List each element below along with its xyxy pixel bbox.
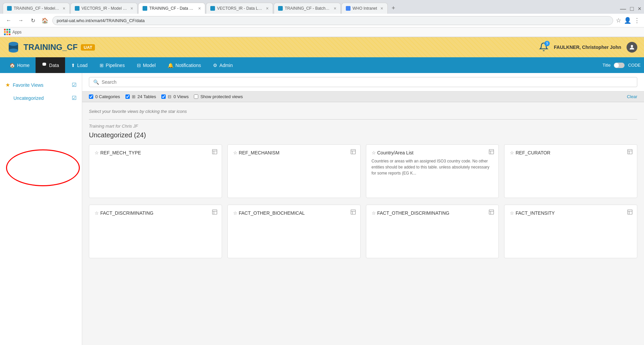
home-button[interactable]: 🏠 — [40, 16, 50, 25]
card-star-1[interactable]: ☆ — [95, 150, 99, 155]
card-name-7: ☆ FACT_OTHER_DISCRIMINATING — [372, 210, 493, 216]
search-bar-area: 🔍 — [82, 73, 644, 91]
tables-filter[interactable]: ⊞ 24 Tables — [125, 94, 156, 99]
categories-checkbox[interactable] — [89, 94, 93, 99]
card-table-icon-2 — [350, 149, 356, 156]
notification-bell-icon[interactable]: 9 — [539, 42, 548, 53]
tab-close-2[interactable]: × — [130, 6, 133, 11]
svg-rect-18 — [212, 210, 217, 214]
nav-item-pipelines[interactable]: ⊞ Pipelines — [94, 58, 131, 73]
reload-button[interactable]: ↻ — [28, 16, 38, 25]
nav-admin-label: Admin — [219, 63, 233, 68]
card-star-7[interactable]: ☆ — [372, 210, 376, 216]
bookmark-star-icon[interactable]: ☆ — [616, 17, 621, 24]
notifications-icon: 🔔 — [168, 63, 173, 68]
nav-item-model[interactable]: ⊟ Model — [131, 58, 162, 73]
maximize-button[interactable]: □ — [630, 5, 634, 12]
card-star-6[interactable]: ☆ — [233, 210, 237, 216]
tab-favicon-6 — [346, 6, 351, 11]
card-ref-curator[interactable]: ☆ REF_CURATOR — [504, 144, 637, 198]
tables-checkbox[interactable] — [125, 94, 130, 99]
forward-button[interactable]: → — [16, 16, 25, 25]
sidebar: ★ Favorite Views ☑ Uncategorized ☑ — [0, 73, 82, 345]
tab-close-5[interactable]: × — [334, 6, 336, 11]
cards-grid-row2: ☆ FACT_DISCRIMINATING ☆ — [89, 205, 637, 258]
load-icon: ⬆ — [71, 63, 75, 68]
tab-close-3[interactable]: × — [198, 6, 201, 11]
tab-label-3: TRAINING_CF - Data Catalog — [149, 6, 195, 11]
protected-filter[interactable]: Show protected views — [194, 94, 243, 99]
sidebar-favorite-views-label: Favorite Views — [13, 82, 69, 88]
section-title: Uncategorized (24) — [89, 131, 637, 139]
card-star-2[interactable]: ☆ — [233, 150, 237, 155]
card-fact-intensity[interactable]: ☆ FACT_INTENSITY — [504, 205, 637, 258]
address-bar[interactable] — [52, 16, 613, 25]
data-icon — [42, 62, 47, 68]
sidebar-favorite-checkbox[interactable]: ☑ — [72, 82, 76, 88]
card-name-2: ☆ REF_MECHANISM — [233, 150, 355, 155]
card-ref-mech-type[interactable]: ☆ REF_MECH_TYPE — [89, 144, 222, 198]
view-toggle[interactable] — [614, 63, 625, 68]
tab-label-6: WHO Intranet — [353, 6, 377, 11]
tab-5[interactable]: TRAINING_CF - Batch Previe... × — [274, 3, 341, 14]
card-star-8[interactable]: ☆ — [510, 210, 514, 216]
nav-notifications-label: Notifications — [175, 63, 201, 68]
card-star-3[interactable]: ☆ — [372, 150, 376, 155]
svg-rect-6 — [212, 149, 217, 154]
tab-1[interactable]: TRAINING_CF - Model - Edit × — [3, 3, 70, 14]
more-options-icon[interactable]: ⋮ — [634, 17, 640, 24]
nav-item-notifications[interactable]: 🔔 Notifications — [162, 58, 207, 73]
close-window-button[interactable]: × — [638, 5, 641, 12]
new-tab-button[interactable]: + — [388, 3, 399, 14]
tab-close-4[interactable]: × — [266, 6, 269, 11]
tab-4[interactable]: VECTORS_IR - Data Load × — [206, 3, 273, 14]
card-fact-other-discriminating[interactable]: ☆ FACT_OTHER_DISCRIMINATING — [366, 205, 499, 258]
svg-point-4 — [631, 45, 633, 47]
user-name: FAULKNER, Christopher John — [554, 45, 621, 50]
minimize-button[interactable]: — — [620, 5, 626, 12]
tab-close-6[interactable]: × — [380, 6, 383, 11]
search-input[interactable] — [102, 79, 633, 85]
tab-6[interactable]: WHO Intranet × — [341, 3, 388, 14]
nav-item-load[interactable]: ⬆ Load — [65, 58, 94, 73]
user-avatar[interactable] — [627, 42, 637, 53]
card-fact-other-biochemical[interactable]: ☆ FACT_OTHER_BIOCHEMICAL — [227, 205, 361, 258]
card-star-4[interactable]: ☆ — [510, 150, 514, 155]
nav-item-data[interactable]: Data — [36, 57, 65, 73]
card-ref-mechanism[interactable]: ☆ REF_MECHANISM — [227, 144, 361, 198]
apps-label[interactable]: Apps — [12, 30, 21, 34]
home-icon: 🏠 — [9, 63, 15, 68]
sidebar-item-favorite-views[interactable]: ★ Favorite Views ☑ — [0, 78, 82, 91]
card-country-area-list[interactable]: ☆ Country/Area List Countries or areas w… — [366, 144, 499, 198]
card-table-icon-8 — [627, 209, 633, 216]
content-body: Select your favorite views by clicking t… — [82, 102, 644, 272]
search-icon: 🔍 — [93, 79, 99, 85]
clear-filter-button[interactable]: Clear — [627, 94, 637, 99]
user-account-icon[interactable]: 👤 — [624, 17, 631, 24]
sidebar-uncategorized-checkbox[interactable]: ☑ — [72, 95, 76, 101]
app-logo-icon — [7, 41, 20, 54]
views-checkbox[interactable] — [161, 94, 166, 99]
app-header: TRAINING_CF UAT 9 FAULKNER, Christopher … — [0, 37, 644, 57]
card-table-icon-5 — [212, 209, 218, 216]
nav-item-home[interactable]: 🏠 Home — [3, 58, 36, 73]
views-filter[interactable]: ⊟ 0 Views — [161, 94, 189, 99]
protected-checkbox[interactable] — [194, 94, 198, 99]
card-name-3: ☆ Country/Area List — [372, 150, 493, 155]
card-fact-discriminating[interactable]: ☆ FACT_DISCRIMINATING — [89, 205, 222, 258]
apps-grid-icon — [4, 29, 10, 35]
back-button[interactable]: ← — [4, 16, 13, 25]
categories-filter[interactable]: 0 Categories — [89, 94, 120, 99]
sidebar-item-uncategorized[interactable]: Uncategorized ☑ — [0, 91, 82, 105]
tab-2[interactable]: VECTORS_IR - Model - Edit × — [70, 3, 138, 14]
card-name-6: ☆ FACT_OTHER_BIOCHEMICAL — [233, 210, 355, 216]
card-table-icon-7 — [488, 209, 494, 216]
tab-close-1[interactable]: × — [63, 6, 65, 11]
card-star-5[interactable]: ☆ — [95, 210, 99, 216]
card-table-icon-1 — [212, 149, 218, 156]
tab-favicon-4 — [210, 6, 215, 11]
tab-3[interactable]: TRAINING_CF - Data Catalog × — [138, 3, 205, 14]
nav-item-admin[interactable]: ⚙ Admin — [207, 58, 239, 73]
svg-rect-21 — [351, 210, 356, 214]
protected-label: Show protected views — [200, 94, 243, 99]
